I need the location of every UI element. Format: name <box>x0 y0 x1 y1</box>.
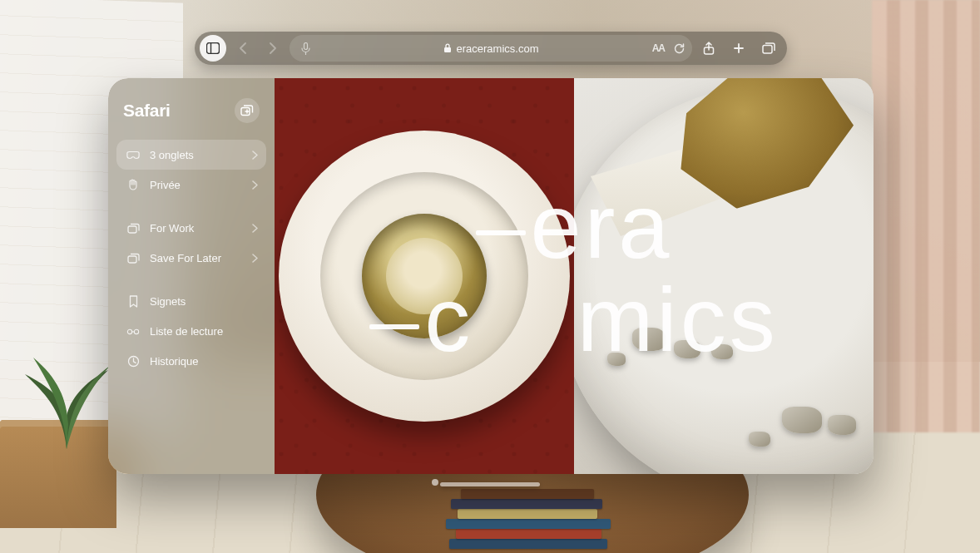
svg-rect-7 <box>128 226 136 233</box>
sidebar-item-bookmarks[interactable]: Signets <box>116 286 266 316</box>
new-tab-group-button[interactable] <box>235 98 260 123</box>
window-resize-dot[interactable] <box>432 479 438 486</box>
svg-rect-2 <box>304 42 307 49</box>
curtain <box>872 0 980 432</box>
sidebar-item-label: Historique <box>150 355 199 368</box>
hero-image-right <box>574 78 874 474</box>
svg-rect-5 <box>763 46 772 54</box>
sidebar-tab-groups: 3 onglets Privée <box>116 140 266 200</box>
browser-toolbar: eraceramics.com AA <box>195 32 787 65</box>
stack-icon <box>126 221 140 235</box>
svg-rect-8 <box>128 256 136 263</box>
sidebar-item-label: For Work <box>150 222 194 235</box>
reader-aa-button[interactable]: AA <box>652 42 665 54</box>
chevron-right-icon <box>252 180 258 190</box>
new-tab-button[interactable] <box>725 35 752 62</box>
clock-icon <box>126 354 140 368</box>
share-button[interactable] <box>695 35 722 62</box>
svg-rect-3 <box>444 47 451 52</box>
plant <box>17 333 116 449</box>
sidebar-toggle-button[interactable] <box>200 35 226 62</box>
svg-point-9 <box>127 329 131 333</box>
sidebar-library: Signets Liste de lecture Historique <box>116 286 266 376</box>
sidebar-item-for-work[interactable]: For Work <box>116 213 266 243</box>
sidebar-item-label: 3 onglets <box>150 149 194 161</box>
sidebar-item-label: Liste de lecture <box>150 325 223 338</box>
chevron-right-icon <box>252 151 258 160</box>
webpage-content[interactable]: era c mics <box>275 78 874 474</box>
tabs-overview-button[interactable] <box>755 35 782 62</box>
forward-button[interactable] <box>260 35 286 62</box>
hand-icon <box>126 178 140 191</box>
sidebar-item-tabs[interactable]: 3 onglets <box>116 140 266 170</box>
svg-rect-0 <box>207 43 220 54</box>
sidebar-item-save-for-later[interactable]: Save For Later <box>116 243 266 273</box>
browser-window: Safari 3 onglets Privée <box>108 78 874 474</box>
chevron-right-icon <box>252 254 258 263</box>
sidebar-collections: For Work Save For Later <box>116 213 266 273</box>
hero-image-left <box>275 78 574 474</box>
window-grab-bar[interactable] <box>440 482 540 486</box>
sidebar-item-history[interactable]: Historique <box>116 346 266 376</box>
address-bar[interactable]: eraceramics.com AA <box>290 35 692 62</box>
glasses-icon <box>126 324 140 338</box>
sidebar-item-label: Save For Later <box>150 252 221 264</box>
stack-icon <box>126 251 140 264</box>
chevron-right-icon <box>252 224 258 233</box>
back-button[interactable] <box>230 35 256 62</box>
sidebar-item-private[interactable]: Privée <box>116 170 266 200</box>
microphone-icon[interactable] <box>296 42 314 55</box>
books-stack <box>441 482 616 549</box>
svg-point-10 <box>134 329 138 333</box>
sidebar: Safari 3 onglets Privée <box>108 78 275 474</box>
goggles-icon <box>126 148 140 161</box>
url-text: eraceramics.com <box>457 42 539 55</box>
sidebar-item-label: Privée <box>150 179 181 191</box>
sidebar-title: Safari <box>123 101 171 121</box>
bookmark-icon <box>126 294 140 308</box>
lock-icon <box>443 43 452 53</box>
sidebar-item-label: Signets <box>150 295 186 308</box>
sidebar-item-reading-list[interactable]: Liste de lecture <box>116 316 266 346</box>
reload-button[interactable] <box>673 42 686 55</box>
